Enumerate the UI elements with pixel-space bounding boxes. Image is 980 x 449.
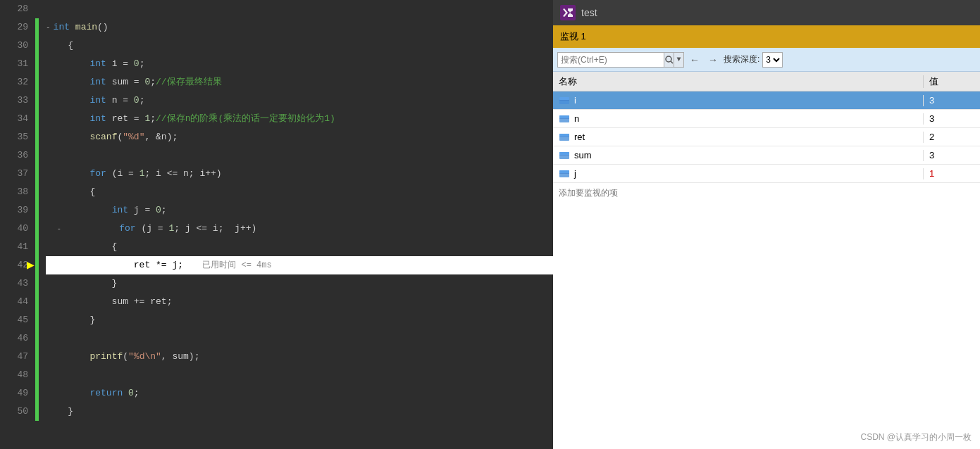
code-line-44: sum += ret;: [46, 293, 553, 311]
svg-rect-13: [559, 152, 569, 155]
watch-table: 名称 值 i 3 n: [553, 72, 980, 449]
watch-table-header: 名称 值: [553, 72, 980, 91]
svg-rect-7: [559, 115, 569, 118]
var-name-sum: sum: [553, 150, 924, 161]
fold-btn-40[interactable]: -: [57, 220, 62, 238]
vs-logo: [560, 5, 576, 20]
code-line-48: [46, 366, 553, 384]
code-line-42: ret *= j; 已用时间 <= 4ms: [46, 256, 553, 274]
code-panel: 28 29 30 31 32 33 34 35 36 37 38 39 40 4…: [0, 0, 553, 449]
code-line-40: - for (j = 1 ; j <= i; j++): [46, 220, 553, 238]
code-line-43: }: [46, 274, 553, 293]
code-line-49: return 0 ;: [46, 384, 553, 403]
svg-line-2: [671, 61, 673, 63]
var-value-j: 1: [924, 168, 980, 179]
search-icon: [665, 56, 674, 64]
watch-title: test: [581, 7, 597, 18]
svg-point-1: [666, 56, 671, 62]
line-numbers: 28 29 30 31 32 33 34 35 36 37 38 39 40 4…: [0, 0, 35, 449]
svg-rect-16: [559, 170, 569, 173]
search-button[interactable]: [664, 53, 674, 67]
code-line-39: int j = 0 ;: [46, 201, 553, 220]
vs-icon: [560, 5, 576, 20]
watch-row-ret[interactable]: ret 2: [553, 128, 980, 146]
search-dropdown-btn[interactable]: ▼: [674, 53, 683, 67]
watch-row-j[interactable]: j 1: [553, 165, 980, 183]
svg-rect-10: [559, 134, 569, 137]
code-line-41: {: [46, 238, 553, 256]
svg-rect-8: [559, 118, 569, 119]
var-name-ret: ret: [553, 132, 924, 143]
fold-btn-29[interactable]: -: [46, 18, 51, 37]
watermark: CSDN @认真学习的小周一枚: [860, 431, 972, 443]
var-name-n: n: [553, 113, 924, 125]
code-line-45: }: [46, 311, 553, 329]
depth-label: 搜索深度:: [724, 53, 759, 65]
code-line-50: }: [46, 403, 553, 421]
time-hint: 已用时间 <= 4ms: [197, 256, 272, 274]
code-line-38: {: [46, 183, 553, 201]
var-value-n: 3: [924, 113, 980, 124]
svg-rect-17: [559, 173, 569, 174]
watch-row-sum[interactable]: sum 3: [553, 146, 980, 165]
code-line-46: [46, 329, 553, 348]
watch-row-i[interactable]: i 3: [553, 91, 980, 110]
var-icon-j: [559, 168, 570, 179]
var-name-i: i: [553, 95, 924, 106]
watch-row-n[interactable]: n 3: [553, 110, 980, 128]
search-back-btn[interactable]: ←: [687, 52, 702, 68]
code-line-32: int sum = 0 ; //保存最终结果: [46, 73, 553, 91]
code-line-35: scanf ( "%d" , &n);: [46, 128, 553, 146]
code-line-34: int ret = 1 ; //保存n的阶乘(乘法的话一定要初始化为1): [46, 110, 553, 128]
var-icon-sum: [559, 150, 570, 161]
code-line-28: [46, 0, 553, 18]
watch-panel: test 监视 1 ▼ ← → 搜索深度: 3 1 2 4 5: [553, 0, 980, 449]
var-icon-i: [559, 95, 570, 106]
code-line-37: for (i = 1 ; i <= n; i++): [46, 165, 553, 183]
var-value-i: 3: [924, 95, 980, 106]
execution-arrow: ▶: [27, 256, 35, 274]
var-icon-ret: [559, 132, 570, 143]
code-line-29: - int main (): [46, 18, 553, 37]
svg-rect-4: [559, 97, 569, 100]
depth-select[interactable]: 3 1 2 4 5: [762, 52, 783, 68]
code-line-30: {: [46, 37, 553, 55]
var-icon-n: [559, 113, 570, 125]
watch-tab-1[interactable]: 监视 1: [560, 30, 586, 43]
var-name-j: j: [553, 168, 924, 179]
var-value-ret: 2: [924, 132, 980, 142]
watch-toolbar: ▼ ← → 搜索深度: 3 1 2 4 5: [553, 48, 980, 72]
svg-rect-14: [559, 155, 569, 156]
search-input[interactable]: [558, 55, 664, 65]
col-value-header: 值: [924, 75, 980, 88]
search-box: ▼: [557, 52, 684, 68]
watch-title-bar: test: [553, 0, 980, 25]
svg-rect-11: [559, 137, 569, 137]
code-line-47: printf ( "%d\n" , sum);: [46, 348, 553, 366]
var-value-sum: 3: [924, 150, 980, 160]
code-line-33: int n = 0 ;: [46, 91, 553, 110]
add-watch-hint[interactable]: 添加要监视的项: [553, 183, 980, 203]
col-name-header: 名称: [553, 75, 924, 88]
code-lines: - int main () { int i = 0 ;: [39, 0, 553, 449]
watch-tab-bar: 监视 1: [553, 25, 980, 48]
code-line-36: [46, 146, 553, 165]
code-line-31: int i = 0 ;: [46, 55, 553, 73]
svg-rect-5: [559, 100, 569, 101]
search-fwd-btn[interactable]: →: [705, 52, 721, 68]
